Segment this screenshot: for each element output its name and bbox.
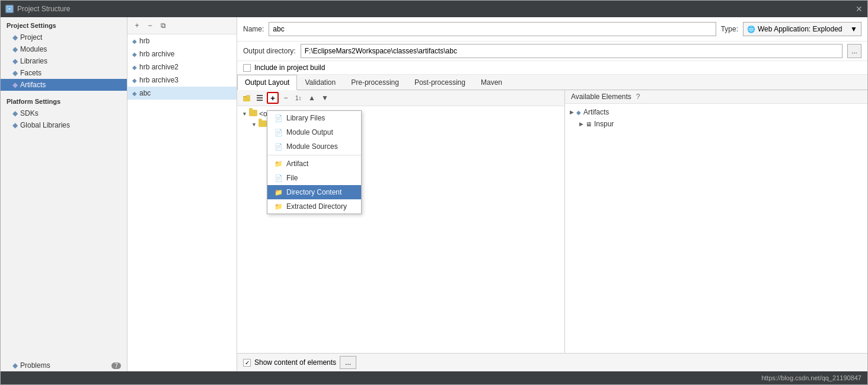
available-elements-panel: Available Elements ? ▶ ◆ Artifacts ▶ 🖥 I… (565, 90, 867, 353)
problems-badge: 7 (111, 362, 121, 369)
avail-item-inspur[interactable]: ▶ 🖥 Inspur (565, 118, 867, 130)
name-row: Name: Type: 🌐 Web Application: Exploded … (237, 17, 867, 42)
dropdown-item-label: Artifact (286, 160, 308, 168)
global-libraries-icon: ◆ (12, 121, 18, 129)
help-icon[interactable]: ? (636, 93, 640, 101)
name-input[interactable] (269, 22, 716, 36)
artifact-item-abc[interactable]: ◆ abc (127, 87, 237, 100)
artifact-item-hrb-archive3[interactable]: ◆ hrb archive3 (127, 74, 237, 87)
svg-rect-5 (257, 100, 263, 101)
sidebar-item-facets[interactable]: ◆ Facets (1, 67, 127, 79)
output-dir-browse-button[interactable]: … (847, 44, 861, 58)
layout-panel: + − 1↕ ▲ ▼ ▼ <outp (237, 90, 867, 353)
svg-rect-4 (257, 97, 263, 98)
sidebar-item-global-libraries[interactable]: ◆ Global Libraries (1, 119, 127, 131)
move-up-button[interactable]: ▲ (306, 92, 318, 104)
sidebar-item-modules[interactable]: ◆ Modules (1, 43, 127, 55)
dropdown-item-label: Module Sources (286, 142, 338, 151)
dropdown-item-label: Library Files (286, 114, 325, 122)
expand-icon: ▶ (579, 121, 583, 127)
artifact-item-label: hrb archive (139, 50, 174, 58)
type-select[interactable]: 🌐 Web Application: Exploded ▼ (743, 22, 861, 36)
output-toolbar: + − 1↕ ▲ ▼ (237, 90, 564, 106)
output-dir-row: Output directory: … (237, 42, 867, 61)
libraries-icon: ◆ (12, 57, 18, 65)
artifact-icon: ◆ (132, 90, 137, 97)
output-dir-label: Output directory: (243, 47, 296, 55)
include-label: Include in project build (254, 63, 325, 72)
include-row: Include in project build (237, 61, 867, 75)
copy-artifact-button[interactable]: ⧉ (157, 20, 169, 31)
folder-icon: 📁 (275, 189, 283, 196)
remove-artifact-button[interactable]: − (144, 20, 156, 31)
artifact-item-hrb[interactable]: ◆ hrb (127, 34, 237, 47)
problems-icon: ◆ (12, 361, 18, 370)
dropdown-item-module-output[interactable]: 📄 Module Output (267, 125, 361, 139)
type-label: Type: (721, 25, 738, 33)
add-element-dropdown: 📄 Library Files 📄 Module Output 📄 Module… (267, 110, 362, 214)
expand-icon: ▼ (242, 111, 247, 117)
platform-settings-header: Platform Settings (1, 93, 127, 107)
file-icon: 📄 (275, 143, 283, 151)
list-view-button[interactable] (254, 92, 266, 104)
avail-item-artifacts[interactable]: ▶ ◆ Artifacts (565, 106, 867, 118)
expand-icon: ▼ (251, 122, 257, 128)
output-layout-panel: + − 1↕ ▲ ▼ ▼ <outp (237, 90, 565, 353)
type-value: Web Application: Exploded (758, 25, 843, 33)
artifact-icon: ◆ (132, 64, 137, 71)
dropdown-item-extracted-directory[interactable]: 📁 Extracted Directory (267, 199, 361, 214)
artifact-item-hrb-archive2[interactable]: ◆ hrb archive2 (127, 61, 237, 74)
dropdown-item-artifact[interactable]: 📁 Artifact (267, 157, 361, 171)
tab-validation[interactable]: Validation (297, 75, 343, 90)
artifact-item-label: hrb (139, 37, 149, 45)
sidebar-item-sdks[interactable]: ◆ SDKs (1, 107, 127, 119)
dropdown-item-module-sources[interactable]: 📄 Module Sources (267, 139, 361, 154)
dropdown-item-directory-content[interactable]: 📁 Directory Content (267, 185, 361, 199)
tabs-bar: Output Layout Validation Pre-processing … (237, 75, 867, 90)
tab-output-layout[interactable]: Output Layout (237, 75, 297, 90)
more-button[interactable]: ... (340, 356, 356, 369)
tab-pre-processing[interactable]: Pre-processing (343, 75, 407, 90)
artifact-item-label: hrb archive2 (139, 63, 178, 71)
type-dropdown-icon: ▼ (850, 25, 857, 33)
remove-element-button[interactable]: − (280, 92, 292, 104)
available-elements-header: Available Elements ? (565, 90, 867, 104)
show-content-checkbox[interactable]: ✓ (243, 359, 251, 367)
add-artifact-button[interactable]: + (131, 20, 143, 31)
close-button[interactable]: ✕ (856, 4, 863, 14)
move-down-button[interactable]: ▼ (319, 92, 331, 104)
dropdown-item-library-files[interactable]: 📄 Library Files (267, 111, 361, 125)
sidebar-item-project[interactable]: ◆ Project (1, 31, 127, 43)
include-checkbox[interactable] (243, 64, 251, 72)
sidebar-item-problems[interactable]: ◆ Problems 7 (1, 359, 127, 371)
sidebar-item-artifacts[interactable]: ◆ Artifacts (1, 79, 127, 91)
sort-button[interactable]: 1↕ (293, 92, 305, 104)
tab-post-processing[interactable]: Post-processing (407, 75, 473, 90)
artifact-icon: ◆ (132, 51, 137, 58)
modules-icon: ◆ (12, 45, 18, 53)
create-dir-button[interactable] (241, 92, 253, 104)
dropdown-item-label: File (286, 174, 298, 182)
expand-icon: ▶ (570, 109, 574, 115)
sidebar: Project Settings ◆ Project ◆ Modules ◆ L… (1, 17, 127, 371)
artifact-item-hrb-archive[interactable]: ◆ hrb archive (127, 47, 237, 61)
avail-item-label: Inspur (594, 120, 614, 128)
title-bar: Project Structure ✕ (1, 1, 867, 17)
project-icon: ◆ (12, 33, 18, 42)
artifacts-icon: ◆ (12, 81, 18, 89)
output-dir-input[interactable] (301, 44, 843, 58)
dropdown-item-file[interactable]: 📄 File (267, 171, 361, 185)
web-app-icon: 🌐 (747, 26, 755, 33)
dropdown-item-label: Directory Content (286, 188, 342, 196)
add-element-button[interactable]: + (267, 92, 279, 104)
sidebar-item-label: Global Libraries (20, 121, 70, 129)
project-settings-header: Project Settings (1, 17, 127, 31)
tab-maven[interactable]: Maven (473, 75, 510, 90)
show-content-label: Show content of elements (254, 358, 336, 367)
sdks-icon: ◆ (12, 109, 18, 117)
svg-rect-1 (8, 8, 11, 10)
status-bar: https://blog.csdn.net/qq_21190847 (1, 371, 867, 384)
folder-icon: 📁 (275, 160, 283, 168)
dropdown-divider (267, 155, 361, 155)
sidebar-item-libraries[interactable]: ◆ Libraries (1, 55, 127, 67)
